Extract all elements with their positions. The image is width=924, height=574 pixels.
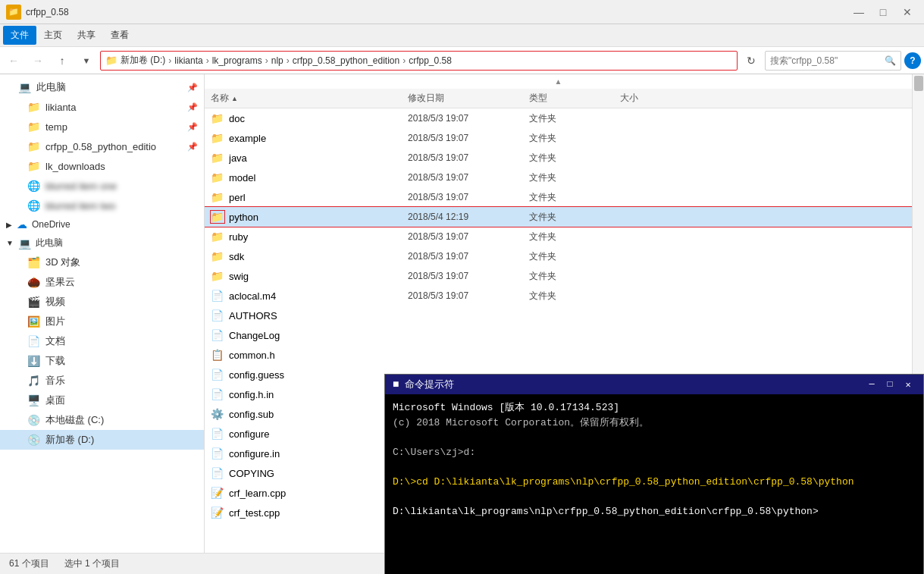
menu-view[interactable]: 查看 bbox=[103, 26, 136, 45]
status-selected: 选中 1 个项目 bbox=[64, 557, 120, 570]
breadcrumb-lkprograms[interactable]: lk_programs bbox=[212, 55, 262, 66]
menu-share[interactable]: 共享 bbox=[70, 26, 103, 45]
window-controls: — □ ✕ bbox=[848, 2, 918, 23]
menu-home[interactable]: 主页 bbox=[36, 26, 70, 45]
file-type-doc: 文件夹 bbox=[529, 112, 620, 125]
file-row-aclocal[interactable]: 📄 aclocal.m4 2018/5/3 19:07 文件夹 bbox=[205, 286, 912, 306]
file-name-authors: AUTHORS bbox=[229, 310, 408, 322]
col-header-type[interactable]: 类型 bbox=[529, 92, 620, 105]
sidebar-item-docs[interactable]: 📄 文档 bbox=[0, 331, 204, 351]
cmd-title-bar[interactable]: ■ 命令提示符 — □ ✕ bbox=[385, 375, 923, 394]
sidebar-item-video[interactable]: 🎬 视频 bbox=[0, 292, 204, 312]
folder-icon-ruby: 📁 bbox=[211, 231, 224, 243]
up-button[interactable]: ↑ bbox=[52, 50, 73, 71]
file-row-model[interactable]: 📁 model 2018/5/3 19:07 文件夹 bbox=[205, 168, 912, 187]
breadcrumb-crfpp-edition[interactable]: crfpp_0.58_python_edition bbox=[293, 55, 399, 66]
breadcrumb-crfpp[interactable]: crfpp_0.58 bbox=[409, 55, 452, 66]
sidebar-item-jianguo[interactable]: 🌰 坚果云 bbox=[0, 272, 204, 292]
sidebar-item-music[interactable]: 🎵 音乐 bbox=[0, 371, 204, 391]
file-date-aclocal: 2018/5/3 19:07 bbox=[408, 290, 529, 301]
sidebar-section-mypc[interactable]: ▼ 💻 此电脑 bbox=[0, 234, 204, 252]
file-row-perl[interactable]: 📁 perl 2018/5/3 19:07 文件夹 bbox=[205, 187, 912, 207]
file-row-swig[interactable]: 📁 swig 2018/5/3 19:07 文件夹 bbox=[205, 266, 912, 286]
diskc-icon: 💿 bbox=[27, 414, 41, 426]
file-row-ruby[interactable]: 📁 ruby 2018/5/3 19:07 文件夹 bbox=[205, 227, 912, 246]
sidebar-item-desktop[interactable]: 🖥️ 桌面 bbox=[0, 391, 204, 410]
menu-file[interactable]: 文件 bbox=[3, 26, 36, 45]
help-button[interactable]: ? bbox=[904, 52, 921, 69]
file-icon-crftestcpp: 📝 bbox=[211, 507, 224, 519]
col-header-name[interactable]: 名称▲ bbox=[211, 92, 408, 105]
sidebar-item-downloads[interactable]: ⬇️ 下载 bbox=[0, 351, 204, 371]
file-name-ruby: ruby bbox=[229, 231, 408, 243]
cmd-minimize[interactable]: — bbox=[864, 377, 879, 392]
sidebar-label-diskc: 本地磁盘 (C:) bbox=[45, 413, 104, 427]
cmd-window[interactable]: ■ 命令提示符 — □ ✕ Microsoft Windows [版本 10.0… bbox=[384, 374, 924, 574]
sidebar-item-lkdownloads[interactable]: 📁 lk_downloads bbox=[0, 156, 204, 176]
search-icon[interactable]: 🔍 bbox=[885, 55, 896, 66]
file-row-authors[interactable]: 📄 AUTHORS bbox=[205, 306, 912, 325]
sidebar-item-diskd[interactable]: 💿 新加卷 (D:) bbox=[0, 430, 204, 450]
refresh-button[interactable]: ↻ bbox=[741, 50, 762, 71]
onedrive-icon: ☁ bbox=[17, 218, 27, 231]
sidebar-item-diskc[interactable]: 💿 本地磁盘 (C:) bbox=[0, 410, 204, 430]
maximize-button[interactable]: □ bbox=[872, 2, 894, 23]
sidebar-item-temp[interactable]: 📁 temp 📌 bbox=[0, 117, 204, 136]
sidebar-item-image[interactable]: 🖼️ 图片 bbox=[0, 312, 204, 331]
file-list-header: 名称▲ 修改日期 类型 大小 bbox=[205, 89, 912, 108]
file-name-swig: swig bbox=[229, 271, 408, 282]
arrow-mypc: ▼ bbox=[6, 239, 14, 247]
sidebar-label-music: 音乐 bbox=[45, 374, 65, 387]
icon-blurred1: 🌐 bbox=[27, 180, 41, 192]
folder-icon-perl: 📁 bbox=[211, 191, 224, 203]
file-row-java[interactable]: 📁 java 2018/5/3 19:07 文件夹 bbox=[205, 148, 912, 168]
file-date-ruby: 2018/5/3 19:07 bbox=[408, 231, 529, 242]
file-type-python: 文件夹 bbox=[529, 211, 620, 224]
breadcrumb-nlp[interactable]: nlp bbox=[271, 55, 283, 66]
sidebar-item-3d[interactable]: 🗂️ 3D 对象 bbox=[0, 252, 204, 272]
close-button[interactable]: ✕ bbox=[897, 2, 918, 23]
file-type-perl: 文件夹 bbox=[529, 191, 620, 204]
folder-icon-sdk: 📁 bbox=[211, 250, 224, 262]
file-row-changelog[interactable]: 📄 ChangeLog bbox=[205, 325, 912, 345]
cmd-maximize[interactable]: □ bbox=[882, 377, 897, 392]
file-name-sdk: sdk bbox=[229, 251, 408, 262]
search-box[interactable]: 🔍 bbox=[765, 51, 901, 71]
file-date-python: 2018/5/4 12:19 bbox=[408, 212, 529, 222]
file-row-commonh[interactable]: 📋 common.h bbox=[205, 345, 912, 365]
file-date-example: 2018/5/3 19:07 bbox=[408, 133, 529, 143]
forward-button[interactable]: → bbox=[27, 50, 49, 71]
back-button[interactable]: ← bbox=[3, 50, 24, 71]
scrollbar-thumb[interactable] bbox=[914, 76, 923, 91]
cmd-line-4: C:\Users\zj>d: bbox=[393, 445, 916, 460]
folder-icon-java: 📁 bbox=[211, 152, 224, 164]
folder-icon-model: 📁 bbox=[211, 171, 224, 183]
file-name-doc: doc bbox=[229, 113, 408, 124]
mypc-icon: 💻 bbox=[18, 237, 31, 249]
file-row-example[interactable]: 📁 example 2018/5/3 19:07 文件夹 bbox=[205, 128, 912, 148]
col-header-date[interactable]: 修改日期 bbox=[408, 92, 529, 105]
sidebar-item-blurred1[interactable]: 🌐 blurred item one bbox=[0, 176, 204, 196]
file-row-doc[interactable]: 📁 doc 2018/5/3 19:07 文件夹 bbox=[205, 108, 912, 128]
col-header-size[interactable]: 大小 bbox=[620, 92, 906, 105]
sidebar-item-crfpp-edition[interactable]: 📁 crfpp_0.58_python_editio 📌 bbox=[0, 136, 204, 156]
menu-bar: 文件 主页 共享 查看 bbox=[0, 24, 924, 47]
breadcrumb-likianta[interactable]: likianta bbox=[174, 55, 202, 66]
search-input[interactable] bbox=[770, 55, 885, 66]
address-path[interactable]: 📁 新加卷 (D:) › likianta › lk_programs › nl… bbox=[100, 51, 738, 71]
file-name-configguess: config.guess bbox=[229, 369, 408, 381]
file-name-configurein: configure.in bbox=[229, 448, 408, 460]
cmd-close[interactable]: ✕ bbox=[901, 377, 916, 392]
sidebar-item-computer[interactable]: 💻 此电脑 📌 bbox=[0, 77, 204, 97]
sidebar-item-likianta[interactable]: 📁 likianta 📌 bbox=[0, 97, 204, 117]
sidebar-section-onedrive[interactable]: ▶ ☁ OneDrive bbox=[0, 215, 204, 234]
cmd-line-3 bbox=[393, 430, 916, 445]
file-type-java: 文件夹 bbox=[529, 152, 620, 165]
file-icon-changelog: 📄 bbox=[211, 329, 224, 341]
file-row-sdk[interactable]: 📁 sdk 2018/5/3 19:07 文件夹 bbox=[205, 246, 912, 266]
minimize-button[interactable]: — bbox=[848, 2, 869, 23]
file-row-python[interactable]: 📁 python 2018/5/4 12:19 文件夹 bbox=[205, 207, 912, 227]
sidebar-item-blurred2[interactable]: 🌐 blurred item two bbox=[0, 196, 204, 215]
breadcrumb-newvol[interactable]: 新加卷 (D:) bbox=[121, 54, 165, 67]
recent-button[interactable]: ▼ bbox=[76, 50, 97, 71]
